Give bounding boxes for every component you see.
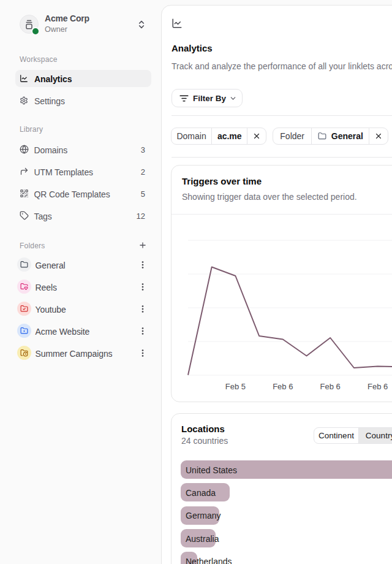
svg-text:Feb 6: Feb 6: [273, 382, 293, 391]
svg-text:Feb 5: Feb 5: [225, 382, 246, 391]
svg-text:Feb 6: Feb 6: [368, 382, 388, 391]
svg-text:Feb 6: Feb 6: [320, 382, 341, 391]
